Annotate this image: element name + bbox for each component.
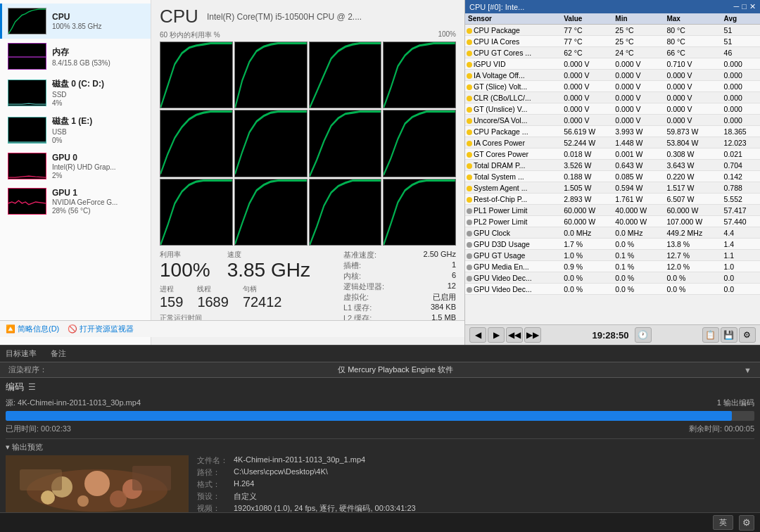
hwinfo-row[interactable]: GPU Media En... 0.9 % 0.1 % 12.0 % 1.0 <box>465 261 760 272</box>
hwinfo-row[interactable]: PL1 Power Limit 60.000 W 40.000 W 60.000… <box>465 205 760 216</box>
sensor-name-cell: CPU IA Cores <box>465 36 561 47</box>
sensor-name-cell: iGPU VID <box>465 58 561 70</box>
thread-value: 1689 <box>197 294 229 310</box>
disk1-thumb-graph <box>8 117 46 144</box>
hwinfo-row[interactable]: Total System ... 0.188 W 0.085 W 0.220 W… <box>465 171 760 182</box>
gpu0-sidebar-sub1: Intel(R) UHD Grap... <box>52 163 145 171</box>
preset-value: 自定义 <box>234 491 754 502</box>
hwinfo-row[interactable]: GPU GT Usage 1.0 % 0.1 % 12.7 % 1.1 <box>465 250 760 261</box>
sensor-icon <box>467 253 472 259</box>
language-button[interactable]: 英 <box>713 515 733 530</box>
tm-header: CPU Intel(R) Core(TM) i5-10500H CPU @ 2.… <box>160 6 456 27</box>
hwinfo-minimize-btn[interactable]: ─ <box>734 2 740 11</box>
sensor-icon <box>467 197 472 203</box>
sidebar-item-gpu1[interactable]: GPU 1 NVIDIA GeForce G... 28% (56 °C) <box>0 184 151 219</box>
cpu-graphs-grid <box>160 42 456 246</box>
hwinfo-save-btn[interactable]: 💾 <box>721 327 737 343</box>
hwinfo-row[interactable]: CPU GT Cores ... 62 °C 24 °C 66 °C 46 <box>465 47 760 58</box>
slot-value: 1 <box>452 260 456 271</box>
hwinfo-row[interactable]: iGPU VID 0.000 V 0.000 V 0.710 V 0.000 <box>465 58 760 70</box>
hwinfo-time-display: 19:28:50 <box>592 330 628 341</box>
hwinfo-row[interactable]: Uncore/SA Vol... 0.000 V 0.000 V 0.000 V… <box>465 115 760 126</box>
settings-button[interactable]: ⚙ <box>739 515 754 531</box>
gpu1-sidebar-sub1: NVIDIA GeForce G... <box>52 198 145 206</box>
encode-progress-bar <box>6 411 732 421</box>
hwinfo-next-btn[interactable]: ▶▶ <box>524 327 541 343</box>
hwinfo-back-btn[interactable]: ◀ <box>469 327 486 343</box>
hwinfo-row[interactable]: CLR (CBo/LLC/... 0.000 V 0.000 V 0.000 V… <box>465 92 760 103</box>
gpu0-sidebar-info: GPU 0 Intel(R) UHD Grap... 2% <box>52 153 145 179</box>
hwinfo-row[interactable]: GPU Video Dec... 0.0 % 0.0 % 0.0 % 0.0 <box>465 284 760 295</box>
sidebar-item-gpu0[interactable]: GPU 0 Intel(R) UHD Grap... 2% <box>0 148 151 184</box>
sensor-min-cell: 3.993 W <box>612 126 664 137</box>
gpu0-sidebar-sub2: 2% <box>52 172 145 179</box>
col-avg: Avg <box>721 13 760 25</box>
hwinfo-row[interactable]: IA Cores Power 52.244 W 1.448 W 53.804 W… <box>465 137 760 148</box>
sensor-avg-cell: 0.788 <box>721 182 760 194</box>
hwinfo-sensor-table: Sensor Value Min Max Avg CPU Package 77 … <box>465 13 760 324</box>
encode-source-row: 源: 4K-Chimei-inn-2011-1013_30p.mp4 1 输出编… <box>6 398 754 408</box>
hwinfo-row[interactable]: GPU D3D Usage 1.7 % 0.0 % 13.8 % 1.4 <box>465 239 760 250</box>
hwinfo-row[interactable]: CPU IA Cores 77 °C 25 °C 80 °C 51 <box>465 36 760 47</box>
sensor-min-cell: 0.000 V <box>612 92 664 103</box>
encode-header: 编码 ☰ <box>6 381 754 393</box>
sensor-avg-cell: 57.440 <box>721 216 760 227</box>
sensor-value-cell: 56.619 W <box>561 126 612 137</box>
thread-block: 线程 1689 <box>197 284 229 310</box>
hwinfo-row[interactable]: GPU Video Dec... 0.0 % 0.0 % 0.0 % 0.0 <box>465 272 760 284</box>
hwinfo-forward-btn[interactable]: ▶ <box>488 327 505 343</box>
sidebar-item-disk1[interactable]: 磁盘 1 (E:) USB 0% <box>0 111 151 148</box>
output-preview-header[interactable]: ▾ 输出预览 <box>6 442 754 452</box>
svg-rect-8 <box>20 469 62 490</box>
output-preview-section: ▾ 输出预览 <box>6 438 754 515</box>
sensor-min-cell: 24 °C <box>612 47 664 58</box>
col-min: Min <box>612 13 664 25</box>
hwinfo-settings-btn[interactable]: ⚙ <box>739 327 756 343</box>
hwinfo-row[interactable]: System Agent ... 1.505 W 0.594 W 1.517 W… <box>465 182 760 194</box>
sensor-icon <box>467 175 472 180</box>
sensor-value-cell: 0.188 W <box>561 171 612 182</box>
sensor-min-cell: 0.001 W <box>612 148 664 160</box>
sensor-max-cell: 59.873 W <box>664 126 721 137</box>
sensor-icon <box>467 129 472 135</box>
sensor-avg-cell: 0.000 <box>721 92 760 103</box>
hwinfo-prev-btn[interactable]: ◀◀ <box>506 327 523 343</box>
hwinfo-row[interactable]: GT (Unslice) V... 0.000 V 0.000 V 0.000 … <box>465 103 760 115</box>
notes-tab[interactable]: 备注 <box>51 348 66 359</box>
sensor-icon <box>467 28 472 34</box>
sensor-avg-cell: 4.4 <box>721 227 760 239</box>
hwinfo-row[interactable]: GPU Clock 0.0 MHz 0.0 MHz 449.2 MHz 4.4 <box>465 227 760 239</box>
hwinfo-row[interactable]: GT Cores Power 0.018 W 0.001 W 0.308 W 0… <box>465 148 760 160</box>
sidebar-item-disk0[interactable]: 磁盘 0 (C: D:) SSD 4% <box>0 74 151 111</box>
hwinfo-row[interactable]: CPU Package ... 56.619 W 3.993 W 59.873 … <box>465 126 760 137</box>
cpu-graph-10 <box>309 179 382 246</box>
simple-info-btn[interactable]: 🔼 简略信息(D) <box>6 324 59 334</box>
tm-sidebar: CPU 100% 3.85 GHz 内存 8.4/15.8 GB (53%) <box>0 0 151 345</box>
open-resource-monitor-btn[interactable]: 🚫 打开资源监视器 <box>68 324 134 334</box>
sensor-name-cell: GPU Video Dec... <box>465 272 561 284</box>
hwinfo-row[interactable]: GT (Slice) Volt... 0.000 V 0.000 V 0.000… <box>465 81 760 92</box>
encode-panel: 编码 ☰ 源: 4K-Chimei-inn-2011-1013_30p.mp4 … <box>0 378 760 518</box>
sidebar-item-memory[interactable]: 内存 8.4/15.8 GB (53%) <box>0 39 151 74</box>
tm-main-cpu: CPU Intel(R) Core(TM) i5-10500H CPU @ 2.… <box>151 0 464 345</box>
hwinfo-maximize-btn[interactable]: □ <box>742 2 747 11</box>
hwinfo-clock-btn[interactable]: 🕐 <box>635 327 652 343</box>
basespeed-row: 基准速度: 2.50 GHz <box>343 250 456 260</box>
hwinfo-row[interactable]: CPU Package 77 °C 25 °C 80 °C 51 <box>465 25 760 36</box>
hwinfo-export-btn[interactable]: 📋 <box>702 327 719 343</box>
hwinfo-close-btn[interactable]: ✕ <box>749 2 756 11</box>
sensor-icon <box>467 287 472 293</box>
hwinfo-row[interactable]: Rest-of-Chip P... 2.893 W 1.761 W 6.507 … <box>465 194 760 205</box>
sensor-value-cell: 0.018 W <box>561 148 612 160</box>
hwinfo-row[interactable]: IA Voltage Off... 0.000 V 0.000 V 0.000 … <box>465 70 760 81</box>
sidebar-item-cpu[interactable]: CPU 100% 3.85 GHz <box>0 4 151 39</box>
target-rate-tab[interactable]: 目标速率 <box>6 348 37 359</box>
encode-menu-icon[interactable]: ☰ <box>28 382 36 392</box>
sensor-icon <box>467 73 472 79</box>
sensor-value-cell: 62 °C <box>561 47 612 58</box>
render-dropdown-icon[interactable]: ▼ <box>744 366 752 374</box>
sensor-name-cell: System Agent ... <box>465 182 561 194</box>
hwinfo-row[interactable]: Total DRAM P... 3.526 W 0.643 W 3.643 W … <box>465 160 760 171</box>
hwinfo-row[interactable]: PL2 Power Limit 60.000 W 40.000 W 107.00… <box>465 216 760 227</box>
sensor-avg-cell: 0.0 <box>721 272 760 284</box>
